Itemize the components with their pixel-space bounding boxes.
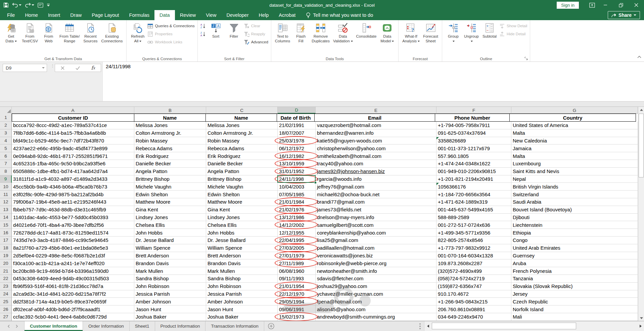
cell-C9[interactable]: Brittney Bishop (206, 175, 278, 183)
cell-F14[interactable]: 588-889-2589 (436, 214, 511, 221)
cell-E13[interactable]: james73@fields.net (316, 206, 436, 214)
cell-G6[interactable]: Malta (511, 152, 638, 160)
menu-tab-formulas[interactable]: Formulas (124, 10, 154, 20)
cancel-icon[interactable] (58, 64, 68, 72)
cell-G5[interactable]: Jamaica (511, 144, 638, 152)
cell-A4[interactable]: bfd49c1c-b529-465c-9ec7-7df72b43f870 (12, 137, 134, 145)
cell-C21[interactable]: Mark Mullen (206, 267, 278, 275)
sheet-tab-order-information[interactable]: Order Information (83, 321, 130, 331)
cell-A23[interactable]: fb96f593-516f-4061-81f8-21d36cc78d7a (12, 283, 134, 290)
cell-B20[interactable]: Brandon Davis (134, 259, 206, 267)
cell-F10[interactable]: 1056366176 (436, 183, 511, 191)
cell-A14[interactable]: 11401dac-4a6c-4553-be77-5dd0c45b0393 (12, 214, 134, 221)
cell-A15[interactable]: d4021e6d-70f1-4ba4-a7f0-3bee7dfb2f56 (12, 221, 134, 229)
cell-B10[interactable]: Michele Vaughn (134, 183, 206, 191)
horizontal-scrollbar[interactable] (424, 321, 644, 331)
vertical-scrollbar[interactable] (638, 107, 644, 321)
from-web-button[interactable]: FromWeb (40, 22, 58, 45)
cell-F1[interactable]: Phone Number (435, 114, 510, 122)
cell-C1[interactable]: Name (205, 114, 277, 122)
cell-B4[interactable]: Robin Massey (134, 137, 206, 145)
cell-B17[interactable]: Dr. Jesse Ballard (134, 237, 206, 244)
row-header-8[interactable]: 8 (0, 168, 12, 175)
horizontal-scroll-thumb[interactable] (432, 323, 576, 329)
cell-F11[interactable]: +1-184-720-6656x3564 (436, 191, 511, 198)
cell-D20[interactable]: 27/11/1989 (278, 259, 316, 267)
cell-G24[interactable]: Jersey (511, 290, 638, 298)
menu-tab-developer[interactable]: Developer (221, 10, 254, 20)
sheet-tab-sheet1[interactable]: Sheet1 (130, 321, 155, 331)
cell-B7[interactable]: Danielle Becker (134, 160, 206, 168)
cell-B13[interactable]: Gina Kent (134, 206, 206, 214)
scroll-down-icon[interactable] (638, 315, 644, 321)
cell-E12[interactable]: brandi77@gmail.com (316, 198, 436, 206)
insert-function-icon[interactable]: fx (88, 64, 98, 72)
cell-F13[interactable]: 001-445-637-5499x4165 (436, 206, 511, 214)
cell-A20[interactable]: f30ca100-ac1b-421a-a241-1e7e74eff020 (12, 259, 134, 267)
cell-G25[interactable]: Czech Republic (511, 298, 638, 305)
cell-A25[interactable]: dd2f381d-714a-4a19-b0e5-89ce37e0659f (12, 298, 134, 305)
select-all-button[interactable] (0, 107, 12, 114)
cell-G1[interactable]: Country (509, 114, 636, 122)
cell-D25[interactable]: 29/05/1994 (278, 298, 316, 305)
row-header-2[interactable]: 2 (0, 122, 12, 129)
cell-A26[interactable]: df02ecaf-a0bf-4d0b-bd6d-2f7f9caaadf1 (12, 305, 134, 313)
cell-E15[interactable]: samuelgilbert@scott.com (316, 221, 436, 229)
cell-C16[interactable]: John Hobbs (206, 229, 278, 237)
cell-A16[interactable]: 726278dd-dc17-4a81-873c-81259ed11574 (12, 229, 134, 237)
row-header-13[interactable]: 13 (0, 206, 12, 214)
cell-D3[interactable]: 18/07/2007 (278, 129, 316, 137)
cell-D2[interactable]: 21/02/1991 (278, 122, 316, 129)
name-box[interactable]: D9 (3, 64, 47, 72)
cell-A6[interactable]: 0e094ab8-92dc-46b1-8717-2552851f9671 (12, 152, 134, 160)
menu-tab-draw[interactable]: Draw (65, 10, 87, 20)
data-model-button[interactable]: DataModel (378, 22, 396, 45)
scroll-up-icon[interactable] (638, 107, 644, 113)
cell-B12[interactable]: Matthew Moore (134, 198, 206, 206)
cell-B6[interactable]: Erik Rodriguez (134, 152, 206, 160)
cell-G17[interactable]: Congo (511, 237, 638, 244)
cell-D13[interactable]: 21/02/1976 (278, 206, 316, 214)
cell-F12[interactable]: +1-471-624-1889x319 (436, 198, 511, 206)
cell-C11[interactable]: Edwin Shelton (206, 191, 278, 198)
cell-A1[interactable]: Customer ID (12, 114, 134, 122)
cell-C15[interactable]: Chelsea Ellis (206, 221, 278, 229)
flash-fill-button[interactable]: FlashFill (292, 22, 310, 45)
row-header-12[interactable]: 12 (0, 198, 12, 206)
restore-button[interactable] (613, 0, 629, 10)
scroll-right-icon[interactable] (638, 321, 643, 331)
save-icon[interactable] (3, 2, 9, 8)
cell-F26[interactable]: 206.760.8610x08891 (436, 305, 511, 313)
sheet-tab-customer-information[interactable]: Customer Information (24, 321, 83, 331)
cell-A9[interactable]: 31811f1d-a1c9-4032-a897-d1489a2d3433 (12, 175, 134, 183)
cell-B25[interactable]: Amber Johnson (134, 298, 206, 305)
name-box-dropdown-icon[interactable] (42, 67, 45, 69)
existing-connections-button[interactable]: ExistingConnections (99, 22, 124, 45)
menu-tab-home[interactable]: Home (20, 10, 43, 20)
cell-D19[interactable]: 27/01/1979 (278, 252, 316, 260)
redo-dropdown-icon[interactable] (32, 4, 34, 6)
row-header-4[interactable]: 4 (0, 137, 12, 145)
cell-F17[interactable]: 822-805-2574x8546 (436, 237, 511, 244)
cell-C7[interactable]: Danielle Becker (206, 160, 278, 168)
menu-tab-insert[interactable]: Insert (43, 10, 65, 20)
undo-icon[interactable] (12, 3, 21, 7)
customize-qat-icon[interactable] (47, 3, 50, 7)
cell-F18[interactable]: +1-773-797-9832x9912 (436, 244, 511, 252)
recent-sources-button[interactable]: RecentSources (81, 22, 99, 45)
cell-B11[interactable]: Edwin Shelton (134, 191, 206, 198)
cell-B26[interactable]: Jason Hunt (134, 305, 206, 313)
menu-tab-acrobat[interactable]: Acrobat (274, 10, 301, 20)
row-header-9[interactable]: 9 (0, 175, 12, 183)
column-header-A[interactable]: A (12, 107, 134, 114)
cell-E27[interactable]: andrewboyd@smith-cummings.org (316, 313, 436, 321)
menu-tab-view[interactable]: View (201, 10, 221, 20)
cell-G4[interactable]: New Caledonia (511, 137, 638, 145)
cell-B24[interactable]: Jessica Parrish (134, 290, 206, 298)
cell-E2[interactable]: vazquezrobert@hotmail.com (316, 122, 436, 129)
sort-az-button[interactable]: AZ (200, 23, 206, 29)
cell-B22[interactable]: Sandra Bishop (134, 275, 206, 283)
hyperlink-text[interactable]: james92@johnson-hansen.biz (317, 168, 385, 174)
forecast-sheet-button[interactable]: ForecastSheet (421, 22, 440, 45)
cell-B18[interactable]: William Spence (134, 244, 206, 252)
